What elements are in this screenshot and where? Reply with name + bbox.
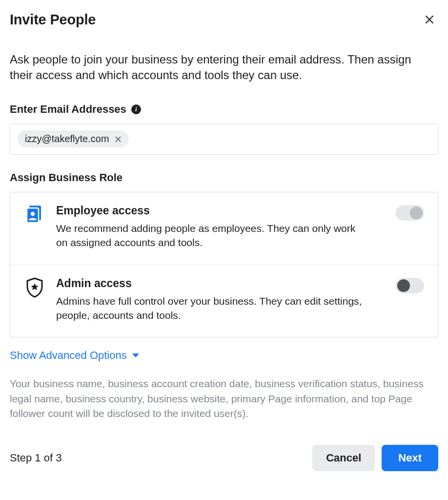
intro-text: Ask people to join your business by ente… — [10, 52, 434, 83]
info-icon[interactable]: i — [131, 104, 141, 114]
dialog-title: Invite People — [10, 12, 96, 28]
email-input-container[interactable]: izzy@takeflyte.com — [10, 124, 438, 155]
employee-badge-icon — [24, 204, 45, 224]
admin-shield-icon — [24, 277, 45, 298]
role-row-admin: Admin access Admins have full control ov… — [10, 265, 438, 337]
advanced-link-text: Show Advanced Options — [10, 349, 127, 362]
email-chip-text: izzy@takeflyte.com — [25, 133, 109, 145]
email-chip: izzy@takeflyte.com — [17, 130, 129, 147]
dialog-header: Invite People — [10, 11, 438, 28]
role-desc: We recommend adding people as employees.… — [56, 221, 368, 250]
close-button[interactable] — [421, 11, 438, 28]
role-title: Employee access — [56, 204, 375, 217]
step-indicator: Step 1 of 3 — [10, 452, 61, 464]
x-icon — [114, 135, 122, 143]
show-advanced-options-link[interactable]: Show Advanced Options — [10, 349, 140, 362]
admin-access-toggle[interactable] — [396, 278, 424, 293]
role-title: Admin access — [56, 277, 375, 290]
next-button[interactable]: Next — [382, 445, 438, 471]
caret-down-icon — [132, 353, 140, 358]
role-options-container: Employee access We recommend adding peop… — [10, 192, 438, 338]
cancel-button[interactable]: Cancel — [312, 445, 375, 471]
toggle-knob — [410, 207, 423, 219]
email-section-label: Enter Email Addresses i — [10, 103, 438, 116]
svg-point-6 — [31, 212, 35, 216]
disclosure-text: Your business name, business account cre… — [10, 376, 438, 421]
email-chip-remove[interactable] — [113, 134, 123, 144]
email-label-text: Enter Email Addresses — [10, 103, 126, 116]
role-desc: Admins have full control over your busin… — [56, 294, 368, 323]
role-section-label: Assign Business Role — [10, 171, 438, 184]
dialog-footer: Step 1 of 3 Cancel Next — [10, 445, 438, 471]
toggle-knob — [397, 279, 410, 292]
close-icon — [424, 14, 435, 25]
employee-access-toggle[interactable] — [396, 205, 424, 221]
role-row-employee: Employee access We recommend adding peop… — [10, 192, 438, 265]
